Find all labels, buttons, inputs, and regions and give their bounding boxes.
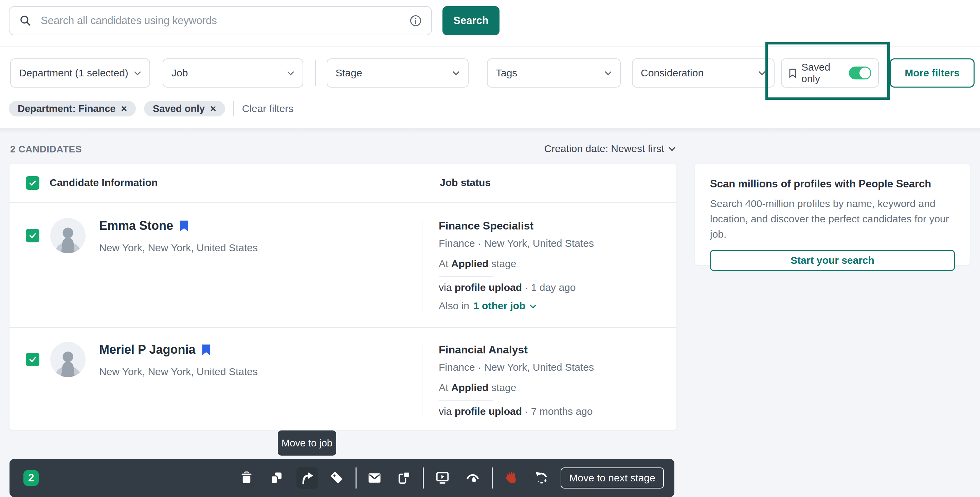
table-header-row: Candidate Information Job status bbox=[10, 164, 676, 203]
video-interview-icon[interactable] bbox=[431, 467, 453, 489]
filter-tags[interactable]: Tags bbox=[487, 59, 621, 87]
filter-stage-label: Stage bbox=[336, 67, 449, 79]
source-prefix: via bbox=[439, 406, 452, 417]
job-title[interactable]: Finance Specialist bbox=[439, 219, 656, 233]
source-name: profile upload bbox=[455, 282, 522, 293]
chevron-down-icon bbox=[668, 144, 675, 151]
chip-label: Department: Finance bbox=[18, 103, 115, 114]
column-header-job-status: Job status bbox=[440, 177, 491, 188]
active-filter-chips: Department: Finance × Saved only × Clear… bbox=[9, 101, 293, 116]
remove-chip-icon[interactable]: × bbox=[121, 103, 127, 114]
revert-icon[interactable] bbox=[530, 467, 552, 489]
delete-icon[interactable] bbox=[235, 467, 258, 489]
saved-only-toggle-control[interactable]: Saved only bbox=[781, 59, 879, 87]
filter-department-label: Department (1 selected) bbox=[19, 67, 130, 79]
avatar bbox=[50, 342, 86, 377]
stage-line: At Applied stage bbox=[439, 257, 656, 271]
chevron-down-icon bbox=[453, 68, 460, 75]
stage-prefix: At bbox=[439, 382, 448, 393]
candidate-name-text: Emma Stone bbox=[99, 219, 173, 233]
filter-job-label: Job bbox=[172, 67, 283, 79]
stage-suffix: stage bbox=[492, 382, 516, 393]
copy-icon[interactable] bbox=[266, 467, 287, 489]
bookmark-saved-icon[interactable] bbox=[201, 343, 211, 356]
filter-stage[interactable]: Stage bbox=[327, 59, 469, 87]
move-to-job-tooltip: Move to job bbox=[278, 430, 336, 456]
bookmark-outline-icon bbox=[789, 68, 797, 78]
candidate-row[interactable]: Meriel P Jagonia New York, New York, Uni… bbox=[10, 328, 676, 430]
saved-only-switch[interactable] bbox=[849, 67, 871, 79]
info-icon[interactable] bbox=[409, 14, 422, 27]
job-meta: Finance · New York, United States bbox=[439, 360, 656, 374]
candidate-name-text: Meriel P Jagonia bbox=[99, 343, 195, 357]
toolbar-divider bbox=[423, 467, 424, 489]
saved-only-label: Saved only bbox=[802, 62, 844, 84]
stage-name: Applied bbox=[451, 258, 488, 269]
promo-title: Scan millions of profiles with People Se… bbox=[710, 178, 955, 191]
filter-tags-label: Tags bbox=[496, 67, 601, 79]
candidates-list-card: Candidate Information Job status Emma St… bbox=[10, 164, 676, 430]
stage-source-divider bbox=[439, 400, 493, 400]
chip-department-finance[interactable]: Department: Finance × bbox=[9, 101, 136, 116]
stage-source-divider bbox=[439, 276, 493, 277]
filter-group-divider bbox=[315, 60, 316, 86]
also-in-prefix: Also in bbox=[439, 299, 469, 313]
filter-consideration-label: Consideration bbox=[641, 67, 755, 79]
job-title[interactable]: Financial Analyst bbox=[439, 343, 656, 356]
clear-filters-link[interactable]: Clear filters bbox=[242, 103, 294, 114]
header-divider bbox=[0, 46, 980, 47]
stage-prefix: At bbox=[439, 258, 448, 269]
source-line: via profile upload · 7 months ago bbox=[439, 405, 656, 418]
chip-saved-only[interactable]: Saved only × bbox=[144, 101, 225, 116]
row-checkbox[interactable] bbox=[26, 353, 40, 366]
remove-chip-icon[interactable]: × bbox=[210, 103, 216, 114]
send-message-icon[interactable] bbox=[393, 467, 415, 489]
toolbar-divider bbox=[492, 467, 493, 489]
toolbar-divider bbox=[356, 467, 356, 489]
more-filters-button[interactable]: More filters bbox=[890, 59, 975, 87]
search-button[interactable]: Search bbox=[442, 6, 500, 35]
selected-count-badge: 2 bbox=[24, 470, 39, 486]
also-in-line: Also in 1 other job bbox=[439, 299, 656, 313]
select-all-checkbox[interactable] bbox=[26, 176, 40, 190]
source-time: · 1 day ago bbox=[525, 282, 576, 293]
candidate-location: New York, New York, United States bbox=[99, 242, 258, 254]
assessment-icon[interactable] bbox=[462, 467, 484, 489]
candidate-row[interactable]: Emma Stone New York, New York, United St… bbox=[10, 203, 676, 328]
sort-dropdown[interactable]: Creation date: Newest first bbox=[544, 143, 676, 154]
filter-consideration[interactable]: Consideration bbox=[632, 59, 775, 87]
filter-job[interactable]: Job bbox=[163, 59, 303, 87]
source-prefix: via bbox=[439, 282, 452, 293]
chevron-down-icon bbox=[134, 68, 141, 75]
start-your-search-button[interactable]: Start your search bbox=[710, 250, 955, 271]
stage-suffix: stage bbox=[492, 258, 516, 269]
promo-body: Search 400-million profiles by name, key… bbox=[710, 196, 955, 242]
candidate-name[interactable]: Emma Stone bbox=[99, 219, 189, 233]
bookmark-saved-icon[interactable] bbox=[179, 220, 189, 232]
source-line: via profile upload · 1 day ago bbox=[439, 281, 656, 294]
candidate-name[interactable]: Meriel P Jagonia bbox=[99, 343, 211, 357]
send-email-icon[interactable] bbox=[364, 467, 385, 489]
candidate-search-bar[interactable] bbox=[9, 6, 432, 35]
add-tags-icon[interactable] bbox=[326, 467, 348, 489]
results-count: 2 CANDIDATES bbox=[10, 144, 82, 155]
stage-name: Applied bbox=[451, 382, 488, 393]
source-name: profile upload bbox=[455, 406, 522, 417]
candidate-location: New York, New York, United States bbox=[99, 366, 258, 378]
chips-divider bbox=[233, 101, 234, 116]
other-jobs-link[interactable]: 1 other job bbox=[473, 299, 525, 313]
row-checkbox[interactable] bbox=[26, 229, 40, 242]
disqualify-icon[interactable] bbox=[500, 467, 522, 489]
move-to-job-icon[interactable] bbox=[296, 467, 318, 489]
source-time: · 7 months ago bbox=[525, 406, 593, 417]
job-status-cell: Finance Specialist Finance · New York, U… bbox=[422, 219, 656, 313]
avatar bbox=[50, 218, 86, 253]
job-status-cell: Financial Analyst Finance · New York, Un… bbox=[422, 343, 656, 418]
search-icon bbox=[19, 14, 32, 27]
move-to-next-stage-button[interactable]: Move to next stage bbox=[561, 467, 664, 489]
toggle-knob bbox=[859, 68, 870, 78]
filter-department[interactable]: Department (1 selected) bbox=[10, 59, 150, 87]
job-meta: Finance · New York, United States bbox=[439, 237, 656, 250]
column-header-candidate: Candidate Information bbox=[49, 177, 158, 188]
search-input[interactable] bbox=[40, 14, 409, 27]
